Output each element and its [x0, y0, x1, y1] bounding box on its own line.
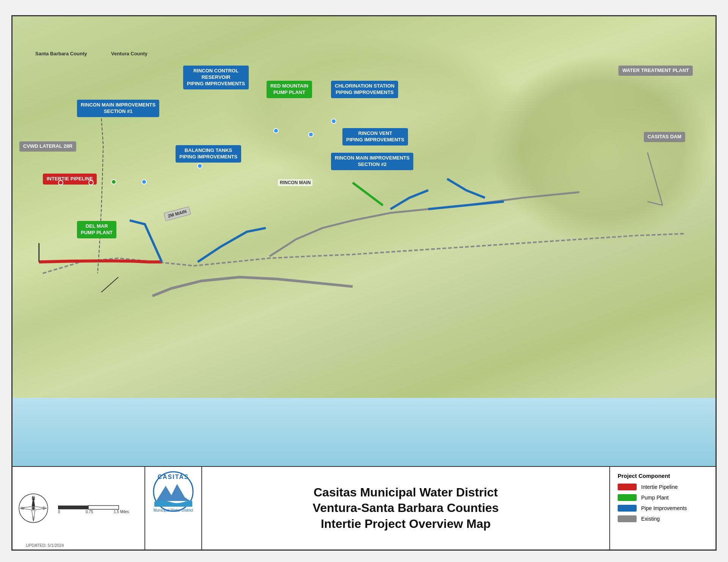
dot-blue-2 — [308, 132, 314, 137]
outer-border: Santa Barbara County Ventura County WATE… — [11, 15, 717, 551]
bottom-left: N S E W 0 0.75 1.5 Miles — [13, 467, 145, 549]
dot-red-2 — [88, 180, 94, 185]
svg-text:CASITAS: CASITAS — [157, 474, 189, 480]
legend-swatch-gray — [618, 515, 637, 522]
svg-text:0: 0 — [58, 510, 60, 514]
legend-item-pump: Pump Plant — [618, 494, 708, 501]
dot-blue-4 — [197, 163, 202, 169]
svg-text:1.5 Miles: 1.5 Miles — [114, 510, 129, 514]
legend-item-existing: Existing — [618, 515, 708, 522]
svg-text:E: E — [43, 506, 46, 510]
bottom-panel: N S E W 0 0.75 1.5 Miles — [13, 466, 715, 549]
svg-text:Municipal Water District: Municipal Water District — [154, 508, 193, 512]
del-mar-label: DEL MARPUMP PLANT — [77, 221, 116, 238]
title-area: Casitas Municipal Water District Ventura… — [202, 467, 609, 549]
legend-item-intertie: Intertie Pipeline — [618, 484, 708, 490]
legend-label-intertie: Intertie Pipeline — [641, 484, 678, 490]
dot-green-1 — [111, 179, 116, 185]
legend-label-pump: Pump Plant — [641, 495, 668, 501]
legend-item-pipe: Pipe Improvements — [618, 505, 708, 512]
map-area: Santa Barbara County Ventura County WATE… — [13, 16, 715, 466]
legend-swatch-green — [618, 494, 637, 501]
two-m-main-label: 2M MAIN — [163, 206, 191, 221]
svg-text:0.75: 0.75 — [86, 510, 93, 514]
scale-bar: 0 0.75 1.5 Miles — [56, 500, 139, 517]
rincon-main-label: RINCON MAIN — [278, 179, 312, 186]
chlorination-label: CHLORINATION STATIONPIPING IMPROVEMENTS — [331, 81, 398, 98]
svg-rect-16 — [88, 506, 119, 509]
svg-line-4 — [101, 277, 118, 292]
red-mountain-label: RED MOUNTAINPUMP PLANT — [267, 81, 312, 98]
casitas-logo: CASITAS Municipal Water District — [149, 471, 198, 516]
dot-blue-3 — [331, 119, 336, 124]
svg-text:W: W — [21, 506, 25, 510]
svg-rect-15 — [58, 506, 88, 509]
svg-text:S: S — [32, 516, 35, 520]
legend-swatch-red — [618, 484, 637, 490]
map-title: Casitas Municipal Water District Ventura… — [313, 485, 499, 532]
cvwd-lateral-label: CVWD LATERAL 28R — [19, 141, 76, 152]
dot-blue-5 — [141, 179, 147, 185]
rincon-main-s1-label: RINCON MAIN IMPROVEMENTSSECTION #1 — [77, 100, 159, 117]
casitas-dam-label: CASITAS DAM — [644, 132, 685, 142]
water-area — [13, 398, 715, 466]
logo-area: CASITAS Municipal Water District — [145, 467, 202, 549]
balancing-tanks-label: BALANCING TANKSPIPING IMPROVEMENTS — [176, 145, 241, 163]
water-treatment-label: WATER TREATMENT PLANT — [618, 66, 693, 76]
updated-date: UPDATED: 5/1/2024 — [26, 543, 64, 548]
svg-point-10 — [32, 507, 35, 509]
rincon-main-s2-label: RINCON MAIN IMPROVEMENTSSECTION #2 — [331, 153, 413, 170]
legend-title: Project Component — [618, 473, 708, 479]
legend-area: Project Component Intertie Pipeline Pump… — [609, 467, 715, 549]
legend-swatch-blue — [618, 505, 637, 512]
legend-label-pipe: Pipe Improvements — [641, 505, 687, 511]
ventura-county-label: Ventura County — [111, 50, 147, 57]
santa-barbara-label: Santa Barbara County — [35, 50, 87, 57]
dot-blue-1 — [273, 128, 279, 133]
dot-red-1 — [58, 180, 63, 185]
compass-rose: N S E W — [18, 493, 49, 523]
rincon-vent-label: RINCON VENTPIPING IMPROVEMENTS — [342, 128, 408, 146]
svg-text:N: N — [32, 496, 35, 501]
svg-marker-21 — [156, 484, 190, 501]
legend-label-existing: Existing — [641, 516, 660, 522]
rincon-control-label: RINCON CONTROLRESERVOIRPIPING IMPROVEMEN… — [183, 66, 249, 89]
